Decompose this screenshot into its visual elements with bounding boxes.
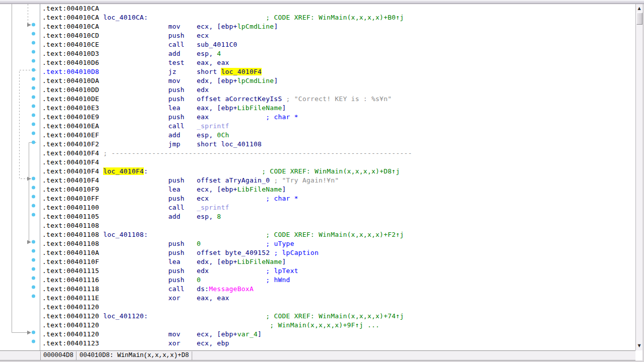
asm-line[interactable]: .text:004010D8 jz short loc_4010F4	[42, 67, 635, 76]
asm-line[interactable]: .text:004010F9 lea ecx, [ebp+LibFileName…	[42, 185, 635, 194]
asm-address: .text:004010CE	[42, 41, 99, 48]
asm-line[interactable]: .text:004010DD push edx	[42, 85, 635, 95]
asm-line[interactable]: .text:004010CD push ecx	[42, 31, 635, 40]
asm-line[interactable]: .text:004010CA loc_4010CA: ; CODE XREF: …	[42, 13, 635, 22]
asm-line[interactable]: .text:004010F4 push offset aTryAgain_0 ;…	[42, 176, 635, 185]
asm-line[interactable]: .text:00401108	[42, 221, 635, 230]
asm-line[interactable]: .text:00401120 ; WinMain(x,x,x,x)+9F↑j .…	[42, 321, 635, 330]
asm-token: push	[99, 240, 197, 247]
asm-line[interactable]: .text:00401120 loc_401120: ; CODE XREF: …	[42, 312, 635, 321]
scroll-up-icon[interactable]: ▲	[636, 5, 642, 12]
asm-token: add esp,	[99, 50, 217, 57]
asm-address: .text:004010DA	[42, 77, 99, 84]
asm-line[interactable]: .text:00401120 mov ecx, [ebp+var_4]	[42, 330, 635, 339]
asm-line[interactable]: .text:00401123 xor ecx, ebp	[42, 339, 635, 348]
asm-token: ; hWnd	[201, 276, 290, 284]
asm-line[interactable]: .text:004010CA mov ecx, [ebp+lpCmdLine]	[42, 22, 635, 31]
asm-address: .text:00401118	[42, 285, 99, 293]
asm-line[interactable]: .text:004010CA	[42, 4, 635, 13]
asm-line[interactable]: .text:004010CE call sub_4011C0	[42, 40, 635, 49]
asm-line[interactable]: .text:00401118 call ds:MessageBoxA	[42, 285, 635, 294]
asm-address: .text:00401105	[42, 213, 99, 220]
asm-token: lea ecx, [ebp+	[99, 186, 237, 193]
instruction-dot	[32, 32, 35, 36]
asm-token: loc_4010CA:	[99, 14, 148, 21]
asm-line[interactable]: .text:004010E3 lea eax, [ebp+LibFileName…	[42, 104, 635, 113]
asm-line[interactable]: .text:00401120	[42, 303, 635, 312]
asm-address: .text:00401108	[42, 222, 99, 229]
disassembly-listing[interactable]: .text:004010CA.text:004010CA loc_4010CA:…	[40, 4, 635, 350]
asm-token: ; char *	[209, 113, 298, 121]
status-offset-cell: 000004D8	[40, 351, 76, 360]
asm-address: .text:00401115	[42, 267, 99, 275]
asm-line[interactable]: .text:004010D3 add esp, 4	[42, 49, 635, 58]
instruction-dot	[32, 23, 35, 27]
status-location-cell: 004010D8: WinMain(x,x,x,x)+D8	[77, 351, 192, 360]
asm-token: lea edx, [ebp+	[99, 258, 237, 265]
asm-address: .text:004010CA	[42, 5, 99, 12]
asm-token: ; --------------------------------------…	[99, 149, 412, 157]
asm-line[interactable]: .text:004010DE push offset aCorrectKeyIs…	[42, 95, 635, 104]
asm-token: test eax, eax	[99, 59, 229, 66]
asm-token: ]	[274, 77, 278, 84]
asm-line[interactable]: .text:0040111E xor eax, eax	[42, 294, 635, 303]
asm-line[interactable]: .text:004010F4	[42, 158, 635, 167]
asm-token: LibFileName	[237, 258, 282, 265]
asm-token: ; lpText	[209, 267, 298, 275]
asm-token: ; uType	[201, 240, 294, 247]
asm-line[interactable]: .text:004010FF push ecx ; char *	[42, 194, 635, 203]
asm-line[interactable]: .text:00401116 push 0 ; hWnd	[42, 276, 635, 285]
asm-line[interactable]: .text:00401108 loc_401108: ; CODE XREF: …	[42, 230, 635, 239]
asm-address: .text:004010F4	[42, 176, 99, 184]
instruction-dot	[32, 123, 35, 126]
asm-line[interactable]: .text:004010D6 test eax, eax	[42, 58, 635, 67]
asm-line[interactable]: .text:004010F2 jmp short loc_401108	[42, 140, 635, 149]
asm-line[interactable]: .text:004010F4 ; -----------------------…	[42, 149, 635, 158]
asm-line[interactable]: .text:00401115 push edx ; lpText	[42, 266, 635, 276]
instruction-dot	[32, 240, 35, 244]
asm-token: xor eax, eax	[99, 294, 229, 302]
asm-line[interactable]: .text:004010F4 loc_4010F4: ; CODE XREF: …	[42, 167, 635, 176]
asm-line[interactable]: .text:0040110F lea edx, [ebp+LibFileName…	[42, 257, 635, 266]
scroll-down-icon[interactable]: ▼	[636, 342, 642, 349]
asm-token: ; char *	[209, 195, 298, 202]
instruction-dot	[32, 105, 35, 108]
asm-address: .text:004010D3	[42, 50, 99, 57]
asm-token: jz short	[99, 68, 221, 75]
asm-token: LibFileName	[237, 104, 282, 112]
asm-token: call	[99, 204, 197, 211]
asm-address: .text:004010E3	[42, 104, 99, 112]
asm-line[interactable]: .text:0040110A push offset byte_409152 ;…	[42, 248, 635, 257]
jump-arrow-icon	[27, 23, 31, 27]
jump-arc	[27, 143, 36, 242]
asm-line[interactable]: .text:00401108 push 0 ; uType	[42, 239, 635, 248]
asm-address: .text:004010DE	[42, 95, 99, 103]
asm-line[interactable]: .text:004010EA call _sprintf	[42, 122, 635, 131]
asm-token: _sprintf	[197, 122, 229, 130]
asm-token: 4	[217, 50, 221, 57]
asm-token: ]	[282, 104, 286, 112]
instruction-dot	[32, 258, 35, 262]
asm-token: ; CODE XREF: WinMain(x,x,x,x)+B0↑j	[148, 14, 404, 21]
asm-line[interactable]: .text:004010DA mov edx, [ebp+lpCmdLine]	[42, 76, 635, 85]
instruction-dot	[32, 331, 35, 334]
asm-token: :	[144, 167, 148, 175]
asm-token: ]	[258, 330, 262, 338]
asm-line[interactable]: .text:00401100 call _sprintf	[42, 203, 635, 212]
asm-token: 0	[197, 276, 201, 284]
asm-token: push edx	[99, 86, 209, 94]
asm-token: lpCmdLine	[237, 77, 274, 84]
asm-token: lpCmdLine	[237, 23, 274, 30]
asm-line[interactable]: .text:004010E9 push eax ; char *	[42, 113, 635, 122]
instruction-dot	[32, 213, 35, 217]
vertical-scrollbar[interactable]: ▲ ▼	[635, 4, 642, 350]
asm-address: .text:00401120	[42, 321, 99, 329]
jump-arrow-icon	[27, 331, 31, 335]
asm-token: MessageBoxA	[209, 285, 254, 293]
asm-address: .text:00401116	[42, 276, 99, 284]
asm-line[interactable]: .text:00401105 add esp, 8	[42, 212, 635, 221]
asm-token: 0Ch	[217, 131, 229, 139]
asm-token: ; CODE XREF: WinMain(x,x,x,x)+D8↑j	[148, 167, 400, 175]
scrollbar-thumb[interactable]	[636, 13, 642, 25]
asm-line[interactable]: .text:004010EF add esp, 0Ch	[42, 131, 635, 140]
